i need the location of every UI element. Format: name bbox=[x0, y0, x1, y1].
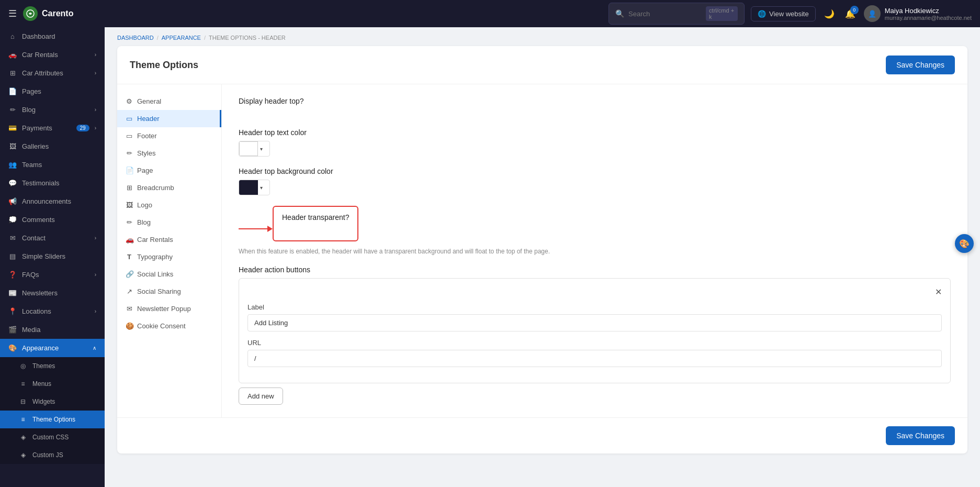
app-name: Carento bbox=[42, 9, 73, 18]
theme-options-sidenav: ⚙ General ▭ Header ▭ Footer ✏ Styles bbox=[117, 84, 222, 417]
styles-icon: ✏ bbox=[126, 149, 133, 157]
general-icon: ⚙ bbox=[126, 97, 133, 105]
user-menu[interactable]: 👤 Maiya Hodkiewicz murray.annamarie@heat… bbox=[864, 5, 972, 22]
sidenav-typography[interactable]: T Typography bbox=[117, 248, 221, 265]
search-bar[interactable]: 🔍 ctrl/cmd + k bbox=[609, 3, 745, 25]
sidebar-item-dashboard[interactable]: ⌂ Dashboard bbox=[0, 27, 105, 46]
sidenav-car-rentals[interactable]: 🚗 Car Rentals bbox=[117, 231, 221, 248]
sidebar-item-themes[interactable]: ◎ Themes bbox=[0, 357, 105, 375]
header-top-text-color-picker[interactable]: ▾ bbox=[239, 141, 270, 157]
blog-icon: ✏ bbox=[8, 106, 17, 114]
sidebar-item-blog[interactable]: ✏ Blog › bbox=[0, 101, 105, 119]
hamburger-menu[interactable]: ☰ bbox=[8, 8, 17, 19]
sidebar-item-media[interactable]: 🎬 Media bbox=[0, 320, 105, 339]
sidebar-item-comments[interactable]: 💭 Comments bbox=[0, 211, 105, 229]
testimonials-icon: 💬 bbox=[8, 179, 17, 187]
car-attributes-icon: ⊞ bbox=[8, 69, 17, 77]
sidebar-item-custom-css[interactable]: ◈ Custom CSS bbox=[0, 428, 105, 446]
display-header-top-label: Display header top? bbox=[239, 97, 951, 105]
sidebar-item-pages[interactable]: 📄 Pages bbox=[0, 82, 105, 101]
view-website-button[interactable]: 🌐 View website bbox=[751, 6, 816, 21]
sidenav-social-sharing[interactable]: ↗ Social Sharing bbox=[117, 283, 221, 300]
sidenav-blog[interactable]: ✏ Blog bbox=[117, 214, 221, 231]
globe-icon: 🌐 bbox=[758, 10, 766, 18]
sidebar-item-contact[interactable]: ✉ Contact › bbox=[0, 229, 105, 247]
breadcrumb-appearance[interactable]: APPEARANCE bbox=[162, 35, 201, 41]
header-transparent-section: Header transparent? bbox=[273, 206, 358, 241]
notifications-button[interactable]: 🔔 0 bbox=[843, 7, 858, 21]
payments-icon: 💳 bbox=[8, 124, 17, 132]
media-icon: 🎬 bbox=[8, 326, 17, 334]
sidebar-item-menus[interactable]: ≡ Menus bbox=[0, 375, 105, 393]
chevron-down-icon: › bbox=[95, 107, 96, 113]
breadcrumb-sep-1: / bbox=[157, 35, 159, 41]
sidebar-item-simple-sliders[interactable]: ▤ Simple Sliders bbox=[0, 247, 105, 265]
comments-icon: 💭 bbox=[8, 216, 17, 224]
menus-icon: ≡ bbox=[19, 380, 27, 388]
car-rentals-nav-icon: 🚗 bbox=[126, 236, 133, 244]
sidenav-logo[interactable]: 🖼 Logo bbox=[117, 196, 221, 214]
sidebar-item-testimonials[interactable]: 💬 Testimonials bbox=[0, 174, 105, 192]
sidebar-item-locations[interactable]: 📍 Locations › bbox=[0, 302, 105, 320]
search-shortcut: ctrl/cmd + k bbox=[706, 6, 738, 21]
sidenav-styles[interactable]: ✏ Styles bbox=[117, 145, 221, 162]
sidebar: ⌂ Dashboard 🚗 Car Rentals › ⊞ Car Attrib… bbox=[0, 27, 105, 487]
sidebar-item-custom-js[interactable]: ◈ Custom JS bbox=[0, 446, 105, 464]
chevron-down-icon: › bbox=[95, 272, 96, 278]
dark-mode-button[interactable]: 🌙 bbox=[822, 7, 837, 21]
sidenav-cookie-consent[interactable]: 🍪 Cookie Consent bbox=[117, 317, 221, 335]
sidebar-item-car-rentals[interactable]: 🚗 Car Rentals › bbox=[0, 46, 105, 64]
car-rentals-icon: 🚗 bbox=[8, 51, 17, 59]
sidebar-item-appearance[interactable]: 🎨 Appearance ∧ bbox=[0, 339, 105, 357]
chevron-down-icon: › bbox=[95, 308, 96, 314]
header-top-bg-color-picker[interactable]: ▾ bbox=[239, 180, 270, 195]
sidebar-item-payments[interactable]: 💳 Payments 29 › bbox=[0, 119, 105, 137]
floating-action-button[interactable]: 🎨 bbox=[955, 234, 974, 253]
add-new-button[interactable]: Add new bbox=[239, 388, 283, 405]
header-action-buttons-label: Header action buttons bbox=[239, 265, 951, 274]
sidebar-item-theme-options[interactable]: ≡ Theme Options bbox=[0, 411, 105, 428]
search-input[interactable] bbox=[628, 10, 702, 18]
label-field-input[interactable] bbox=[247, 314, 942, 331]
text-color-swatch[interactable] bbox=[239, 141, 258, 156]
sidebar-item-car-attributes[interactable]: ⊞ Car Attributes › bbox=[0, 64, 105, 82]
theme-options-icon: ≡ bbox=[19, 416, 27, 423]
sidenav-breadcrumb[interactable]: ⊞ Breadcrumb bbox=[117, 179, 221, 196]
cookie-consent-icon: 🍪 bbox=[126, 322, 133, 330]
sidenav-newsletter-popup[interactable]: ✉ Newsletter Popup bbox=[117, 300, 221, 317]
sidenav-footer[interactable]: ▭ Footer bbox=[117, 127, 221, 145]
sidenav-footer-label: Footer bbox=[137, 132, 157, 140]
sidenav-header[interactable]: ▭ Header bbox=[117, 110, 221, 127]
bg-color-swatch[interactable] bbox=[239, 180, 258, 195]
simple-sliders-icon: ▤ bbox=[8, 252, 17, 260]
top-navigation: ☰ Carento 🔍 ctrl/cmd + k 🌐 View website … bbox=[0, 0, 980, 27]
sidenav-general[interactable]: ⚙ General bbox=[117, 93, 221, 110]
locations-icon: 📍 bbox=[8, 307, 17, 315]
display-header-top-section: Display header top? bbox=[239, 97, 951, 118]
page-title: Theme Options bbox=[130, 60, 198, 71]
custom-css-icon: ◈ bbox=[19, 434, 27, 441]
payments-badge: 29 bbox=[76, 125, 89, 131]
color-picker-arrow[interactable]: ▾ bbox=[258, 185, 265, 191]
sidebar-item-faqs[interactable]: ❓ FAQs › bbox=[0, 265, 105, 284]
save-changes-button-top[interactable]: Save Changes bbox=[886, 56, 955, 74]
social-sharing-icon: ↗ bbox=[126, 287, 133, 295]
color-picker-arrow[interactable]: ▾ bbox=[258, 146, 265, 152]
sidebar-item-galleries[interactable]: 🖼 Galleries bbox=[0, 137, 105, 156]
sidebar-item-announcements[interactable]: 📢 Announcements bbox=[0, 192, 105, 211]
card-footer: Save Changes bbox=[117, 417, 967, 453]
custom-js-icon: ◈ bbox=[19, 451, 27, 459]
sidenav-social-links[interactable]: 🔗 Social Links bbox=[117, 265, 221, 283]
sidenav-page[interactable]: 📄 Page bbox=[117, 162, 221, 179]
url-field-input[interactable] bbox=[247, 350, 942, 367]
sidebar-item-widgets[interactable]: ⊟ Widgets bbox=[0, 393, 105, 411]
social-links-icon: 🔗 bbox=[126, 270, 133, 278]
save-changes-button-bottom[interactable]: Save Changes bbox=[886, 426, 955, 445]
sidebar-item-teams[interactable]: 👥 Teams bbox=[0, 156, 105, 174]
appearance-icon: 🎨 bbox=[8, 344, 17, 352]
close-action-button[interactable]: ✕ bbox=[935, 287, 942, 297]
breadcrumb-dashboard[interactable]: DASHBOARD bbox=[117, 35, 154, 41]
sidebar-item-newsletters[interactable]: 📰 Newsletters bbox=[0, 284, 105, 302]
chevron-down-icon: › bbox=[95, 70, 96, 76]
breadcrumb: DASHBOARD / APPEARANCE / THEME OPTIONS -… bbox=[105, 27, 980, 46]
